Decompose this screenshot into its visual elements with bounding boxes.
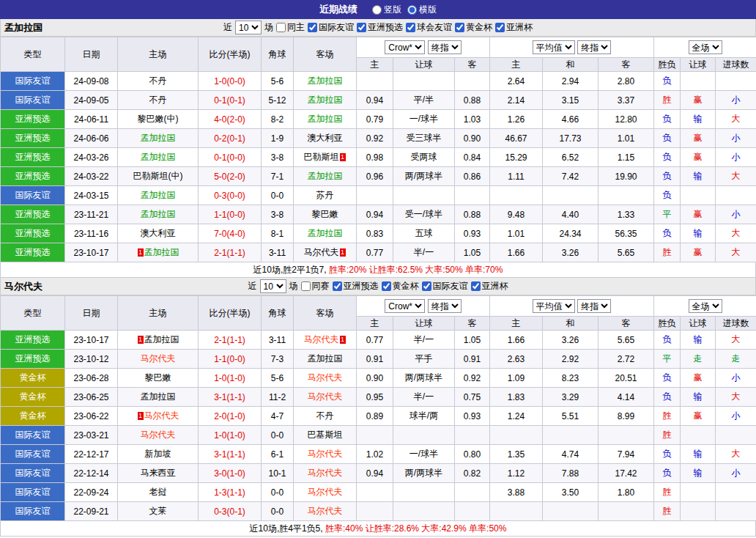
team-link[interactable]: 马尔代夫 — [141, 353, 176, 364]
team-link[interactable]: 马尔代夫 — [308, 372, 343, 383]
team-link[interactable]: 巴勒斯坦 — [304, 152, 339, 162]
team-link[interactable]: 孟加拉国 — [308, 95, 343, 105]
league-checkbox[interactable] — [471, 281, 481, 291]
score-cell[interactable]: 1-0(1-0) — [199, 369, 262, 388]
team-link[interactable]: 孟加拉国 — [141, 152, 176, 162]
team-link[interactable]: 孟加拉国 — [308, 75, 343, 86]
league-filter[interactable]: 亚洲预选 — [333, 280, 379, 292]
team-link[interactable]: 巴基斯坦 — [308, 430, 343, 440]
score-cell[interactable]: 4-0(2-0) — [199, 110, 262, 129]
home-team-cell[interactable]: 马尔代夫 — [118, 426, 199, 445]
same-venue-filter[interactable]: 同赛 — [301, 280, 330, 292]
team-link[interactable]: 澳大利亚 — [141, 228, 176, 238]
team-link[interactable]: 巴勒斯坦(中) — [133, 171, 183, 181]
home-team-cell[interactable]: 1孟加拉国 — [118, 243, 199, 262]
team-link[interactable]: 老挝 — [149, 487, 167, 497]
away-team-cell[interactable]: 马尔代夫 — [294, 464, 357, 483]
average-odds-select[interactable]: 平均值 — [533, 299, 575, 313]
league-checkbox[interactable] — [333, 281, 342, 291]
away-team-cell[interactable]: 孟加拉国 — [294, 110, 357, 129]
score-cell[interactable]: 1-1(0-0) — [199, 350, 262, 369]
home-team-cell[interactable]: 孟加拉国 — [118, 148, 199, 167]
team-link[interactable]: 孟加拉国 — [141, 391, 176, 402]
score-cell[interactable]: 7-0(4-0) — [199, 224, 262, 243]
team-link[interactable]: 孟加拉国 — [144, 334, 179, 344]
score-cell[interactable]: 0-3(0-1) — [199, 502, 262, 521]
team-link[interactable]: 孟加拉国 — [308, 171, 343, 181]
away-team-cell[interactable]: 孟加拉国 — [294, 350, 357, 369]
away-team-cell[interactable]: 孟加拉国 — [294, 224, 357, 243]
team-link[interactable]: 孟加拉国 — [141, 190, 176, 200]
home-team-cell[interactable]: 孟加拉国 — [118, 129, 199, 148]
away-team-cell[interactable]: 巴勒斯坦1 — [294, 148, 357, 167]
league-filter[interactable]: 亚洲预选 — [357, 21, 403, 34]
away-team-cell[interactable]: 苏丹 — [294, 186, 357, 205]
league-checkbox[interactable] — [455, 23, 464, 32]
team-link[interactable]: 不丹 — [316, 410, 334, 421]
home-team-cell[interactable]: 马尔代夫 — [118, 350, 199, 369]
home-team-cell[interactable]: 黎巴嫩(中) — [118, 110, 199, 129]
team-link[interactable]: 不丹 — [149, 95, 167, 105]
away-team-cell[interactable]: 马尔代夫 — [294, 388, 357, 407]
team-link[interactable]: 澳大利亚 — [308, 133, 343, 143]
team-link[interactable]: 孟加拉国 — [141, 133, 176, 143]
odds-time-select[interactable]: 终指 — [428, 299, 462, 313]
score-cell[interactable]: 2-1(1-1) — [199, 331, 262, 350]
away-team-cell[interactable]: 马尔代夫 — [294, 502, 357, 521]
away-team-cell[interactable]: 孟加拉国 — [294, 91, 357, 110]
team-link[interactable]: 不丹 — [149, 75, 167, 86]
away-team-cell[interactable]: 孟加拉国 — [294, 167, 357, 186]
away-team-cell[interactable]: 不丹 — [294, 407, 357, 426]
league-checkbox[interactable] — [308, 23, 317, 32]
home-team-cell[interactable]: 1孟加拉国 — [118, 331, 199, 350]
team-link[interactable]: 马尔代夫 — [304, 247, 339, 257]
vertical-radio[interactable] — [372, 5, 382, 15]
match-count-select[interactable]: 10 — [260, 279, 286, 293]
league-filter[interactable]: 亚洲杯 — [471, 280, 508, 292]
average-odds-time-select[interactable]: 终指 — [577, 40, 611, 54]
match-count-select[interactable]: 10 — [235, 21, 262, 34]
home-team-cell[interactable]: 马来西亚 — [118, 464, 199, 483]
league-checkbox[interactable] — [406, 23, 415, 32]
team-link[interactable]: 苏丹 — [316, 190, 334, 200]
team-link[interactable]: 马尔代夫 — [308, 391, 343, 402]
team-link[interactable]: 新加坡 — [145, 449, 171, 459]
odds-time-select[interactable]: 终指 — [428, 40, 462, 54]
home-team-cell[interactable]: 不丹 — [118, 91, 199, 110]
score-cell[interactable]: 0-3(0-0) — [199, 186, 262, 205]
score-cell[interactable]: 0-2(0-1) — [199, 129, 262, 148]
team-link[interactable]: 马尔代夫 — [308, 487, 343, 497]
away-team-cell[interactable]: 马尔代夫 — [294, 445, 357, 464]
league-checkbox[interactable] — [422, 281, 431, 291]
period-select[interactable]: 全场 — [689, 40, 722, 54]
team-link[interactable]: 马尔代夫 — [144, 410, 179, 421]
team-link[interactable]: 孟加拉国 — [308, 228, 343, 238]
home-team-cell[interactable]: 孟加拉国 — [118, 205, 199, 224]
league-filter[interactable]: 球会友谊 — [406, 21, 452, 34]
team-link[interactable]: 马来西亚 — [141, 468, 176, 478]
score-cell[interactable]: 1-0(0-0) — [199, 72, 262, 91]
league-checkbox[interactable] — [495, 23, 505, 32]
league-filter[interactable]: 黄金杯 — [382, 280, 419, 292]
league-filter[interactable]: 国际友谊 — [308, 21, 354, 34]
period-select[interactable]: 全场 — [689, 299, 722, 313]
score-cell[interactable]: 0-1(0-0) — [199, 148, 262, 167]
score-cell[interactable]: 3-1(1-1) — [199, 388, 262, 407]
home-team-cell[interactable]: 1马尔代夫 — [118, 407, 199, 426]
home-team-cell[interactable]: 黎巴嫩 — [118, 369, 199, 388]
odds-source-select[interactable]: Crow* — [385, 40, 425, 54]
team-link[interactable]: 马尔代夫 — [141, 430, 176, 440]
away-team-cell[interactable]: 马尔代夫 — [294, 483, 357, 502]
league-checkbox[interactable] — [382, 281, 391, 291]
away-team-cell[interactable]: 黎巴嫩 — [294, 205, 357, 224]
away-team-cell[interactable]: 马尔代夫1 — [294, 243, 357, 262]
team-link[interactable]: 文莱 — [149, 506, 167, 516]
score-cell[interactable]: 2-1(1-1) — [199, 243, 262, 262]
away-team-cell[interactable]: 马尔代夫 — [294, 369, 357, 388]
team-link[interactable]: 孟加拉国 — [141, 209, 176, 219]
score-cell[interactable]: 3-0(1-0) — [199, 464, 262, 483]
score-cell[interactable]: 3-1(1-1) — [199, 445, 262, 464]
away-team-cell[interactable]: 孟加拉国 — [294, 72, 357, 91]
league-filter[interactable]: 黄金杯 — [455, 21, 492, 34]
away-team-cell[interactable]: 马尔代夫1 — [294, 331, 357, 350]
